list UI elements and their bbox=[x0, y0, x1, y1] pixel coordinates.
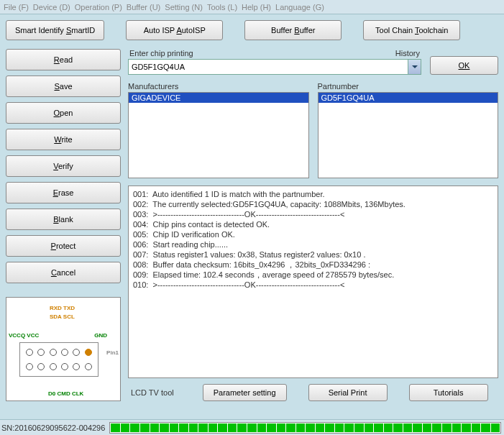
chip-dropdown-button[interactable] bbox=[408, 59, 421, 75]
menu-language[interactable]: Language (G) bbox=[275, 3, 324, 12]
read-button[interactable]: Read bbox=[6, 49, 121, 70]
log-line: 007: Status register1 values: 0x38, Stat… bbox=[133, 249, 493, 260]
serial-print-button[interactable]: Serial Print bbox=[308, 384, 388, 401]
label-pin1: Pin1 bbox=[106, 349, 119, 356]
menubar: File (F) Device (D) Operation (P) Buffer… bbox=[0, 0, 504, 14]
menu-setting[interactable]: Setting (N) bbox=[165, 3, 203, 12]
label-sda-scl: SDA SCL bbox=[50, 313, 75, 320]
log-line: 002: The currently selected:GD5F1GQ4UA, … bbox=[133, 199, 493, 209]
write-button[interactable]: Write bbox=[6, 129, 121, 150]
list-item[interactable]: GIGADEVICE bbox=[129, 93, 308, 103]
manufacturers-list[interactable]: GIGADEVICE bbox=[128, 92, 309, 178]
save-button[interactable]: Save bbox=[6, 75, 121, 97]
log-line: 010: >---------------------------------O… bbox=[133, 280, 493, 290]
log-line: 001: Auto identified 1 ID is match with … bbox=[133, 189, 493, 199]
toolchain-button[interactable]: Tool Chain Toolchain bbox=[363, 20, 460, 40]
log-line: 004: Chip pins contact is detected OK. bbox=[133, 219, 493, 229]
footer-toolbar: LCD TV tool Parameter setting Serial Pri… bbox=[128, 384, 498, 401]
cancel-button[interactable]: Cancel bbox=[6, 262, 121, 283]
left-sidebar: Read Save Open Write Verify Erase Blank … bbox=[6, 49, 121, 401]
pin-1-marker bbox=[85, 349, 92, 356]
log-line: 005: Chip ID verification OK. bbox=[133, 229, 493, 239]
partnumber-list[interactable]: GD5F1GQ4UA bbox=[318, 92, 499, 178]
list-item[interactable]: GD5F1GQ4UA bbox=[319, 93, 498, 103]
log-line: 009: Elapsed time: 102.4 seconds，average… bbox=[133, 270, 493, 280]
log-line: 008: Buffer data checksum: 16bits_0x4296… bbox=[133, 260, 493, 270]
open-button[interactable]: Open bbox=[6, 102, 121, 124]
pin bbox=[61, 363, 68, 370]
buffer-button[interactable]: Buffer Buffer bbox=[244, 20, 342, 40]
menu-tools[interactable]: Tools (L) bbox=[207, 3, 237, 12]
partnumber-label: Partnumber bbox=[318, 82, 499, 91]
top-toolbar: Smart Identify SmartID Auto ISP AutoISP … bbox=[6, 20, 498, 40]
serial-number: SN:20160629095622-004296 bbox=[0, 423, 106, 432]
pin-grid bbox=[19, 342, 98, 377]
auto-isp-button[interactable]: Auto ISP AutoISP bbox=[126, 20, 223, 40]
label-vccq-vcc: VCCQ VCC bbox=[9, 332, 39, 339]
ok-button[interactable]: OK bbox=[430, 56, 498, 75]
pin bbox=[61, 349, 68, 356]
pin-diagram: RXD TXD SDA SCL VCCQ VCC GND Pin1 D0 CMD… bbox=[6, 297, 121, 401]
pin bbox=[50, 349, 57, 356]
log-line: 003: >---------------------------------O… bbox=[133, 209, 493, 219]
lcd-tv-tool-label: LCD TV tool bbox=[131, 388, 174, 397]
pin bbox=[37, 349, 45, 356]
smart-identify-button[interactable]: Smart Identify SmartID bbox=[6, 20, 104, 40]
verify-button[interactable]: Verify bbox=[6, 155, 121, 177]
pin bbox=[85, 363, 92, 370]
parameter-setting-button[interactable]: Parameter setting bbox=[203, 384, 287, 401]
menu-buffer[interactable]: Buffer (U) bbox=[127, 3, 160, 12]
tutorials-button[interactable]: Tutorials bbox=[409, 384, 488, 401]
progress-bar bbox=[109, 422, 501, 434]
blank-button[interactable]: Blank bbox=[6, 209, 121, 230]
label-gnd: GND bbox=[94, 332, 107, 339]
menu-file[interactable]: File (F) bbox=[4, 3, 29, 12]
pin bbox=[50, 363, 57, 370]
pin bbox=[26, 363, 33, 370]
log-panel[interactable]: 001: Auto identified 1 ID is match with … bbox=[128, 186, 498, 378]
status-bar: SN:20160629095622-004296 bbox=[0, 419, 504, 435]
log-line: 006: Start reading chip...... bbox=[133, 239, 493, 249]
menu-operation[interactable]: Operation (P) bbox=[75, 3, 122, 12]
pin bbox=[37, 363, 45, 370]
enter-chip-label: Enter chip printing bbox=[129, 49, 193, 58]
protect-button[interactable]: Protect bbox=[6, 235, 121, 257]
chip-input[interactable] bbox=[128, 59, 408, 75]
menu-device[interactable]: Device (D) bbox=[33, 3, 70, 12]
menu-help[interactable]: Help (H) bbox=[242, 3, 271, 12]
manufacturers-label: Manufacturers bbox=[128, 82, 309, 91]
history-label: History bbox=[395, 49, 420, 58]
label-d0-cmd-clk: D0 CMD CLK bbox=[48, 390, 83, 397]
erase-button[interactable]: Erase bbox=[6, 182, 121, 203]
pin bbox=[73, 349, 80, 356]
pin bbox=[73, 363, 80, 370]
label-rxd-txd: RXD TXD bbox=[50, 305, 75, 311]
pin bbox=[26, 349, 33, 356]
